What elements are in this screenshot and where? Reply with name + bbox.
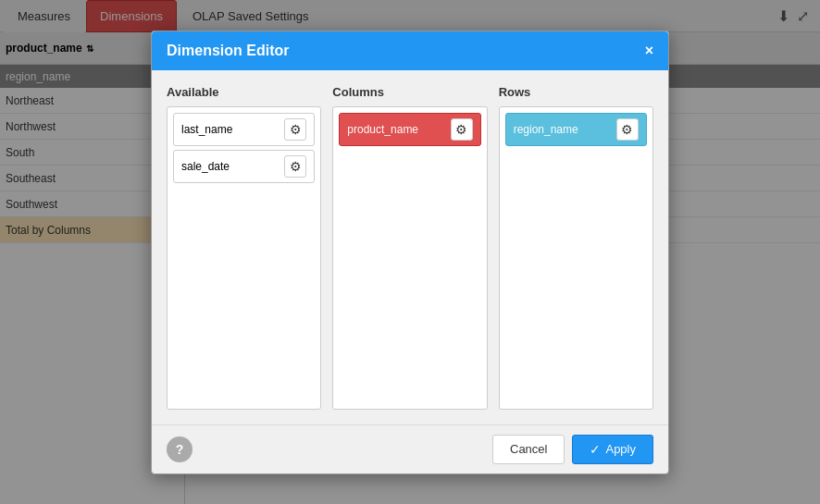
rows-title: Rows (499, 85, 653, 99)
available-title: Available (167, 85, 321, 99)
product-name-label: product_name (347, 123, 418, 136)
columns-section: Columns product_name ⚙ (332, 85, 487, 410)
region-name-label: region_name (514, 123, 578, 136)
sale-date-gear-icon[interactable]: ⚙ (284, 155, 306, 178)
modal-header: Dimension Editor × (152, 31, 668, 70)
rows-list: region_name ⚙ (499, 106, 653, 410)
dimension-editor-modal: Dimension Editor × Available last_name ⚙ (151, 31, 669, 474)
modal-body: Available last_name ⚙ sale_date ⚙ (152, 70, 668, 424)
available-section: Available last_name ⚙ sale_date ⚙ (167, 85, 321, 410)
help-button[interactable]: ? (167, 436, 193, 462)
available-item-last-name[interactable]: last_name ⚙ (173, 113, 315, 146)
columns-title: Columns (332, 85, 487, 99)
modal-title: Dimension Editor (167, 43, 289, 59)
footer-right: Cancel ✓ Apply (492, 435, 653, 464)
modal-overlay: Dimension Editor × Available last_name ⚙ (0, 0, 820, 504)
last-name-label: last_name (181, 123, 232, 136)
cancel-button[interactable]: Cancel (492, 435, 565, 464)
columns-item-product-name[interactable]: product_name ⚙ (339, 113, 480, 146)
footer-left: ? (167, 436, 193, 462)
modal-footer: ? Cancel ✓ Apply (152, 424, 668, 473)
region-name-gear-icon[interactable]: ⚙ (616, 118, 639, 141)
app-container: Measures Dimensions OLAP Saved Settings … (0, 0, 820, 504)
product-name-gear-icon[interactable]: ⚙ (451, 118, 473, 141)
rows-item-region-name[interactable]: region_name ⚙ (505, 113, 647, 146)
check-icon: ✓ (590, 442, 601, 457)
last-name-gear-icon[interactable]: ⚙ (284, 118, 306, 141)
apply-button[interactable]: ✓ Apply (572, 435, 653, 464)
available-list: last_name ⚙ sale_date ⚙ (167, 106, 321, 410)
modal-close-button[interactable]: × (645, 43, 653, 59)
sale-date-label: sale_date (181, 160, 230, 173)
rows-section: Rows region_name ⚙ (499, 85, 653, 410)
columns-list: product_name ⚙ (332, 106, 487, 410)
dimension-columns: Available last_name ⚙ sale_date ⚙ (167, 85, 653, 410)
available-item-sale-date[interactable]: sale_date ⚙ (173, 150, 315, 183)
